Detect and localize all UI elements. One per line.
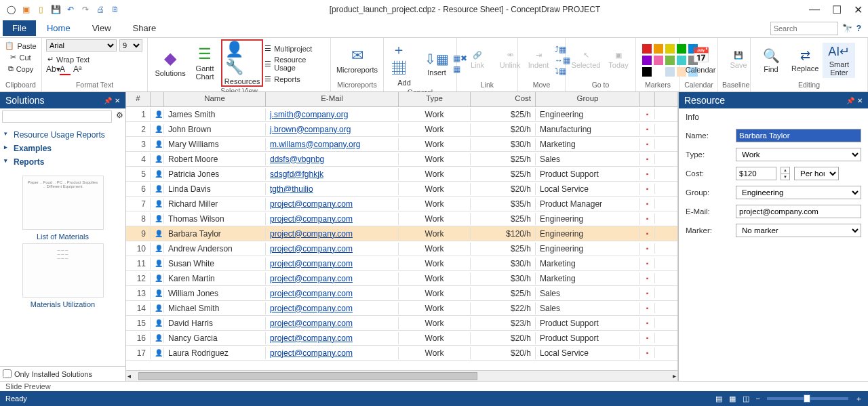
cell-type[interactable]: Work xyxy=(399,153,471,165)
cell-name[interactable]: Michael Smith xyxy=(164,302,266,314)
resource-usage-button[interactable]: ☰Resource Usage xyxy=(263,55,326,73)
cell-type[interactable]: Work xyxy=(399,243,471,255)
cell-cost[interactable]: $30/h xyxy=(471,272,536,285)
col-header-group[interactable]: Group xyxy=(536,92,640,106)
col-header-index[interactable]: # xyxy=(126,92,151,106)
cell-email[interactable]: j.brown@company.org xyxy=(266,123,399,136)
cell-cost[interactable]: $25/h xyxy=(471,243,536,255)
cell-group[interactable]: Product Manager xyxy=(536,198,640,210)
cell-name[interactable]: Laura Rodriguez xyxy=(164,347,266,359)
col-header-name[interactable]: Name xyxy=(164,92,266,106)
cell-marker-icon[interactable]: ▪ xyxy=(640,258,655,268)
table-row[interactable]: 7👤Richard Millerproject@company.comWork$… xyxy=(126,197,677,211)
solutions-filter-input[interactable] xyxy=(2,110,112,123)
cell-cost[interactable]: $120/h xyxy=(471,228,536,240)
cell-marker-icon[interactable]: ▪ xyxy=(640,154,655,164)
wrap-text-button[interactable]: ↵Wrap Text xyxy=(46,54,91,64)
maximize-button[interactable]: ☐ xyxy=(832,3,842,16)
smart-enter-button[interactable]: AI↵Smart Enter xyxy=(823,43,855,78)
cell-marker-icon[interactable]: ▪ xyxy=(640,184,655,194)
cell-type[interactable]: Work xyxy=(399,272,471,285)
cell-group[interactable]: Sales xyxy=(536,302,640,314)
filter-icon[interactable]: ⚙ xyxy=(114,108,125,125)
cell-email[interactable]: project@company.com xyxy=(266,332,399,344)
cell-cost[interactable]: $20/h xyxy=(471,347,536,359)
group-select[interactable]: Engineering xyxy=(736,186,861,199)
link-button[interactable]: 🔗Link xyxy=(461,49,494,70)
cell-cost[interactable]: $25/h xyxy=(471,168,536,180)
table-row[interactable]: 4👤Robert Mooreddsfs@vbgnbgWork$25/hSales… xyxy=(126,152,677,167)
tree-item-examples[interactable]: Examples xyxy=(4,142,121,155)
cell-cost[interactable]: $30/h xyxy=(471,138,536,150)
cell-name[interactable]: Mary Williams xyxy=(164,138,266,150)
minimize-button[interactable]: — xyxy=(809,3,820,16)
cell-name[interactable]: David Harris xyxy=(164,317,266,329)
cell-type[interactable]: Work xyxy=(399,213,471,225)
status-view2-icon[interactable]: ▦ xyxy=(729,394,736,403)
cell-email[interactable]: project@company.com xyxy=(266,213,399,225)
pin-icon[interactable]: 📌 xyxy=(104,97,112,104)
qat-print-icon[interactable]: 🖨 xyxy=(95,4,106,15)
add-button[interactable]: ＋▦Add xyxy=(388,39,420,88)
cell-email[interactable]: project@company.com xyxy=(266,287,399,300)
tab-home[interactable]: Home xyxy=(36,20,81,36)
cell-email[interactable]: project@company.com xyxy=(266,302,399,314)
table-row[interactable]: 17👤Laura Rodriguezproject@company.comWor… xyxy=(126,346,677,361)
cell-email[interactable]: project@company.com xyxy=(266,243,399,255)
table-row[interactable]: 12👤Karen Martinproject@company.comWork$3… xyxy=(126,271,677,286)
cost-field[interactable] xyxy=(736,167,776,180)
cell-cost[interactable]: $30/h xyxy=(471,258,536,270)
cell-group[interactable]: Product Support xyxy=(536,332,640,344)
status-zoom-in-icon[interactable]: ＋ xyxy=(855,394,863,404)
cut-button[interactable]: ✂Cut xyxy=(9,52,32,62)
col-header-email[interactable]: E-Mail xyxy=(266,92,399,106)
help-icon[interactable]: ? xyxy=(856,24,861,33)
cell-marker-icon[interactable]: ▪ xyxy=(640,124,655,134)
cell-email[interactable]: project@company.com xyxy=(266,272,399,285)
status-zoom-out-icon[interactable]: − xyxy=(756,394,760,403)
cell-name[interactable]: William Jones xyxy=(164,287,266,300)
zoom-slider[interactable] xyxy=(767,397,848,400)
resources-button[interactable]: 👤🔧Resources xyxy=(221,39,263,87)
table-row[interactable]: 1👤James Smithj.smith@company.orgWork$25/… xyxy=(126,107,677,122)
cell-cost[interactable]: $20/h xyxy=(471,123,536,136)
today-button[interactable]: ▣Today xyxy=(602,49,635,70)
only-installed-row[interactable]: Only Installed Solutions xyxy=(0,366,125,381)
col-header-type[interactable]: Type xyxy=(399,92,471,106)
cell-name[interactable]: Barbara Taylor xyxy=(164,228,266,240)
cell-group[interactable]: Marketing xyxy=(536,258,640,270)
qat-open-icon[interactable]: ▯ xyxy=(35,4,46,15)
cell-cost[interactable]: $25/h xyxy=(471,287,536,300)
cell-marker-icon[interactable]: ▪ xyxy=(640,169,655,179)
status-view1-icon[interactable]: ▤ xyxy=(715,394,722,403)
font-dialog-icon[interactable]: Ab▾ xyxy=(46,64,57,75)
cell-group[interactable]: Engineering xyxy=(536,108,640,121)
col-header-icon[interactable] xyxy=(151,92,164,106)
cell-name[interactable]: Nancy Garcia xyxy=(164,332,266,344)
cell-cost[interactable]: $25/h xyxy=(471,213,536,225)
cell-type[interactable]: Work xyxy=(399,287,471,300)
table-row[interactable]: 10👤Andrew Andersonproject@company.comWor… xyxy=(126,241,677,256)
only-installed-checkbox[interactable] xyxy=(3,369,12,378)
name-field[interactable] xyxy=(736,129,861,142)
cell-cost[interactable]: $20/h xyxy=(471,183,536,195)
thumb-materials-util[interactable]: ─ ─ ── ─ ── ─ ─ xyxy=(22,243,104,298)
tree-item-resource-usage[interactable]: Resource Usage Reports xyxy=(4,128,121,142)
cell-group[interactable]: Marketing xyxy=(536,138,640,150)
cell-email[interactable]: tgth@thuilio xyxy=(266,183,399,195)
cell-type[interactable]: Work xyxy=(399,138,471,150)
font-color-icon[interactable]: A xyxy=(60,64,71,75)
cell-marker-icon[interactable]: ▪ xyxy=(640,333,655,343)
table-row[interactable]: 14👤Michael Smithproject@company.comWork$… xyxy=(126,301,677,316)
qat-new-icon[interactable]: ▣ xyxy=(20,4,31,15)
qat-redo-icon[interactable]: ↷ xyxy=(80,4,91,15)
cell-email[interactable]: project@company.com xyxy=(266,228,399,240)
cell-cost[interactable]: $35/h xyxy=(471,198,536,210)
cell-marker-icon[interactable]: ▪ xyxy=(640,273,655,283)
insert-button[interactable]: ⇩▦Insert xyxy=(420,49,453,78)
status-view3-icon[interactable]: ◫ xyxy=(743,394,749,403)
cell-email[interactable]: m.willams@company.org xyxy=(266,138,399,150)
cell-cost[interactable]: $22/h xyxy=(471,302,536,314)
cell-marker-icon[interactable]: ▪ xyxy=(640,199,655,209)
cell-email[interactable]: j.smith@company.org xyxy=(266,108,399,121)
